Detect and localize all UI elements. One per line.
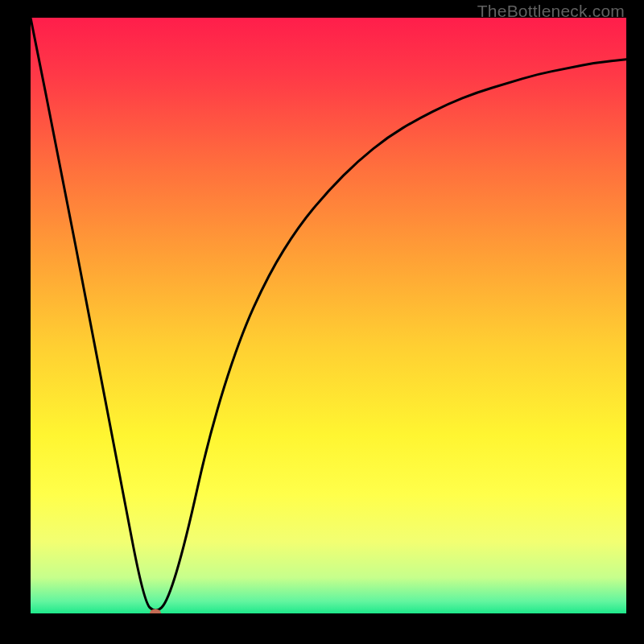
chart-frame: TheBottleneck.com bbox=[0, 0, 644, 644]
optimal-point-marker bbox=[150, 609, 161, 614]
plot-area bbox=[31, 18, 626, 613]
bottleneck-curve bbox=[31, 18, 626, 613]
